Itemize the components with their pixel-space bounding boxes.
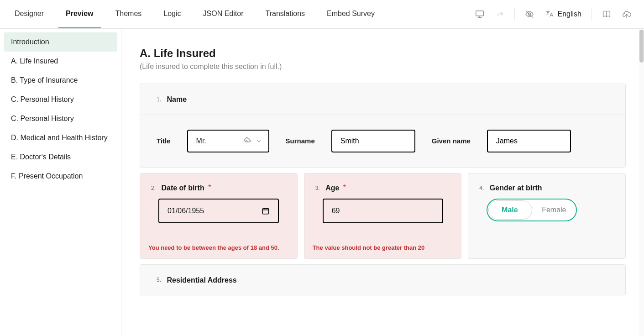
q3-title: Age [325, 184, 339, 192]
q4-title: Gender at birth [490, 184, 542, 192]
tab-logic[interactable]: Logic [156, 0, 188, 28]
sidebar-item-life-insured[interactable]: A. Life Insured [4, 52, 117, 71]
q2-title: Date of birth [161, 184, 204, 192]
dob-value: 01/06/1955 [168, 207, 204, 215]
panel-name-header: 1. Name [140, 84, 625, 115]
panel-name: 1. Name Title Mr. [140, 84, 626, 168]
sidebar-item-personal-history-1[interactable]: C. Personal History [4, 90, 117, 109]
q3-num: 3. [315, 185, 320, 191]
q5-title: Residential Address [167, 276, 236, 284]
gender-toggle[interactable]: Male Female [487, 199, 577, 221]
title-label: Title [157, 137, 171, 145]
top-nav: Designer Preview Themes Logic JSON Edito… [0, 0, 644, 29]
gender-opt-female[interactable]: Female [532, 206, 576, 214]
card-gender: 4. Gender at birth Male Female [468, 173, 626, 259]
main: Introduction A. Life Insured B. Type of … [0, 29, 644, 336]
tab-preview[interactable]: Preview [58, 0, 100, 28]
redo-icon[interactable] [490, 0, 510, 28]
scrollbar-thumb[interactable] [639, 30, 644, 63]
sidebar-item-doctor-details[interactable]: E. Doctor's Details [4, 147, 117, 167]
scrollbar[interactable] [639, 29, 644, 336]
panel-residential: 5. Residential Address [140, 264, 626, 296]
required-star: * [208, 184, 211, 191]
separator [592, 8, 592, 21]
title-value: Mr. [196, 137, 240, 145]
q1-title: Name [167, 95, 187, 103]
visibility-off-icon[interactable] [519, 0, 539, 28]
language-selector[interactable]: English [539, 0, 587, 28]
panel-residential-header: 5. Residential Address [140, 265, 625, 295]
sidebar: Introduction A. Life Insured B. Type of … [0, 29, 121, 336]
sidebar-item-medical-history[interactable]: D. Medical and Health History [4, 128, 117, 147]
clear-icon[interactable] [242, 136, 252, 146]
cloud-upload-icon[interactable] [617, 0, 637, 28]
sidebar-item-introduction[interactable]: Introduction [4, 32, 117, 52]
q5-num: 5. [157, 277, 161, 283]
surname-input[interactable] [331, 130, 415, 152]
separator [514, 8, 515, 21]
sidebar-item-present-occupation[interactable]: F. Present Occupation [4, 167, 117, 186]
given-name-label: Given name [432, 137, 471, 145]
given-name-input[interactable] [487, 130, 571, 152]
chevron-down-icon [254, 138, 264, 144]
book-icon[interactable] [597, 0, 617, 28]
nav-tabs: Designer Preview Themes Logic JSON Edito… [0, 0, 386, 28]
title-select[interactable]: Mr. [187, 130, 269, 152]
age-value: 69 [332, 207, 340, 215]
age-input[interactable]: 69 [323, 199, 443, 223]
sidebar-item-personal-history-2[interactable]: C. Personal History [4, 109, 117, 128]
q1-num: 1. [157, 96, 161, 103]
q2-num: 2. [151, 185, 156, 191]
dob-input[interactable]: 01/06/1955 [158, 199, 279, 223]
svg-rect-2 [262, 208, 269, 214]
calendar-icon[interactable] [262, 207, 270, 215]
required-star: * [343, 184, 346, 191]
name-row: Title Mr. Surname Given name [157, 130, 609, 152]
top-right: English [470, 0, 644, 28]
card-dob: 2. Date of birth * 01/06/1955 You need t… [140, 173, 298, 259]
tab-themes[interactable]: Themes [108, 0, 149, 28]
tab-designer[interactable]: Designer [7, 0, 51, 28]
gender-opt-male[interactable]: Male [487, 206, 532, 214]
dob-error: You need to be between the ages of 18 an… [140, 237, 297, 258]
device-desktop-icon[interactable] [470, 0, 490, 28]
language-label: English [558, 10, 581, 18]
age-error: The value should not be greater than 20 [304, 237, 461, 258]
card-row: 2. Date of birth * 01/06/1955 You need t… [140, 173, 626, 259]
section-title: A. Life Insured [140, 47, 626, 60]
q4-num: 4. [479, 185, 484, 191]
content-area: A. Life Insured (Life insured to complet… [121, 29, 644, 336]
card-age: 3. Age * 69 The value should not be grea… [304, 173, 462, 259]
svg-rect-0 [476, 11, 483, 16]
sidebar-item-type-insurance[interactable]: B. Type of Insurance [4, 71, 117, 90]
tab-translations[interactable]: Translations [258, 0, 312, 28]
section-subtitle: (Life insured to complete this section i… [140, 63, 626, 71]
tab-json-editor[interactable]: JSON Editor [196, 0, 251, 28]
tab-embed-survey[interactable]: Embed Survey [319, 0, 382, 28]
surname-label: Surname [286, 137, 315, 145]
